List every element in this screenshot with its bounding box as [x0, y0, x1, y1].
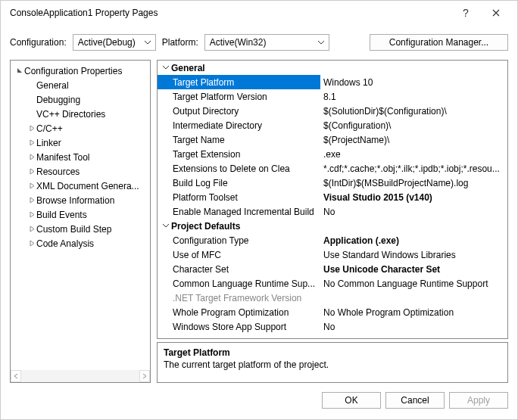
- property-name: Output Directory: [158, 104, 320, 118]
- property-value[interactable]: .exe: [320, 147, 507, 161]
- property-value[interactable]: No Whole Program Optimization: [320, 305, 507, 319]
- help-button[interactable]: ?: [451, 2, 481, 23]
- group-title: General: [171, 63, 205, 73]
- property-value[interactable]: *.cdf;*.cache;*.obj;*.ilk;*.ipdb;*.iobj;…: [320, 161, 507, 176]
- configuration-label: Configuration:: [10, 37, 67, 48]
- property-value[interactable]: [320, 291, 507, 305]
- property-value[interactable]: $(IntDir)$(MSBuildProjectName).log: [320, 176, 507, 190]
- tree-item[interactable]: VC++ Directories: [11, 107, 150, 121]
- property-row[interactable]: .NET Target Framework Version: [158, 291, 507, 305]
- property-row[interactable]: Configuration TypeApplication (.exe): [158, 233, 507, 247]
- property-value[interactable]: Windows 10: [320, 75, 507, 89]
- group-header[interactable]: General: [158, 61, 507, 75]
- scroll-left-button[interactable]: [11, 370, 21, 382]
- help-icon: ?: [463, 7, 469, 19]
- group-header[interactable]: Project Defaults: [158, 219, 507, 233]
- expander-closed-icon[interactable]: [27, 197, 36, 204]
- property-name: Configuration Type: [158, 233, 320, 247]
- configuration-combo[interactable]: Active(Debug): [73, 34, 156, 51]
- tree-item[interactable]: Code Analysis: [11, 236, 150, 250]
- tree-item[interactable]: Browse Information: [11, 193, 150, 207]
- right-panel: GeneralTarget PlatformWindows 10Target P…: [157, 60, 508, 383]
- tree-item[interactable]: Custom Build Step: [11, 222, 150, 236]
- scroll-right-button[interactable]: [139, 370, 150, 382]
- description-text: The current target platform of the proje…: [164, 359, 501, 370]
- tree-item[interactable]: C/C++: [11, 121, 150, 135]
- tree-item[interactable]: Linker: [11, 135, 150, 150]
- property-value[interactable]: No: [320, 204, 507, 219]
- property-row[interactable]: Target Platform Version8.1: [158, 89, 507, 104]
- property-name: Build Log File: [158, 176, 320, 190]
- property-row[interactable]: Whole Program OptimizationNo Whole Progr…: [158, 305, 507, 319]
- expander-open-icon[interactable]: [15, 67, 24, 74]
- tree-item-label: Code Analysis: [36, 238, 94, 249]
- nav-tree[interactable]: Configuration Properties GeneralDebuggin…: [10, 60, 151, 383]
- tree-item-label: Custom Build Step: [36, 224, 111, 235]
- expander-closed-icon[interactable]: [27, 211, 36, 218]
- expander-closed-icon[interactable]: [27, 125, 36, 132]
- property-value[interactable]: 8.1: [320, 89, 507, 104]
- property-row[interactable]: Intermediate Directory$(Configuration)\: [158, 118, 507, 132]
- apply-button[interactable]: Apply: [449, 392, 508, 409]
- property-value[interactable]: $(ProjectName)\: [320, 132, 507, 147]
- tree-item[interactable]: General: [11, 78, 150, 92]
- cancel-button[interactable]: Cancel: [385, 392, 445, 409]
- property-name: Character Set: [158, 262, 320, 276]
- tree-item-label: Resources: [36, 166, 80, 177]
- tree-root[interactable]: Configuration Properties: [11, 64, 150, 78]
- property-row[interactable]: Target Name$(ProjectName)\: [158, 132, 507, 147]
- property-row[interactable]: Use of MFCUse Standard Windows Libraries: [158, 247, 507, 262]
- platform-combo[interactable]: Active(Win32): [204, 34, 329, 51]
- property-name: Windows Store App Support: [158, 319, 320, 334]
- property-value[interactable]: No: [320, 319, 507, 334]
- property-value[interactable]: Use Standard Windows Libraries: [320, 247, 507, 262]
- tree-horizontal-scrollbar[interactable]: [11, 370, 150, 382]
- tree-item[interactable]: Manifest Tool: [11, 150, 150, 164]
- property-row[interactable]: Platform ToolsetVisual Studio 2015 (v140…: [158, 190, 507, 204]
- property-row[interactable]: Windows Store App SupportNo: [158, 319, 507, 334]
- property-name: Enable Managed Incremental Build: [158, 204, 320, 219]
- config-toolbar: Configuration: Active(Debug) Platform: A…: [1, 25, 517, 60]
- property-name: Target Platform Version: [158, 89, 320, 104]
- tree-item[interactable]: Resources: [11, 164, 150, 179]
- close-button[interactable]: [481, 2, 511, 23]
- property-value[interactable]: $(Configuration)\: [320, 118, 507, 132]
- property-name: Intermediate Directory: [158, 118, 320, 132]
- expander-closed-icon[interactable]: [27, 139, 36, 146]
- ok-button[interactable]: OK: [322, 392, 381, 409]
- expander-open-icon[interactable]: [161, 222, 171, 229]
- expander-open-icon[interactable]: [161, 64, 171, 71]
- dialog-footer: OK Cancel Apply: [1, 389, 517, 419]
- property-row[interactable]: Extensions to Delete on Clea*.cdf;*.cach…: [158, 161, 507, 176]
- tree-item-label: Manifest Tool: [36, 152, 89, 163]
- property-row[interactable]: Output Directory$(SolutionDir)$(Configur…: [158, 104, 507, 118]
- property-row[interactable]: Enable Managed Incremental BuildNo: [158, 204, 507, 219]
- property-value[interactable]: Visual Studio 2015 (v140): [320, 190, 507, 204]
- expander-closed-icon[interactable]: [27, 182, 36, 189]
- expander-closed-icon[interactable]: [27, 168, 36, 175]
- expander-closed-icon[interactable]: [27, 226, 36, 232]
- tree-item-label: Build Events: [36, 210, 87, 220]
- tree-item-label: XML Document Genera...: [36, 181, 139, 191]
- property-value[interactable]: Use Unicode Character Set: [320, 262, 507, 276]
- property-row[interactable]: Character SetUse Unicode Character Set: [158, 262, 507, 276]
- expander-closed-icon[interactable]: [27, 240, 36, 247]
- tree-item[interactable]: Build Events: [11, 207, 150, 222]
- configuration-manager-button[interactable]: Configuration Manager...: [370, 34, 508, 51]
- expander-closed-icon[interactable]: [27, 154, 36, 160]
- property-grid[interactable]: GeneralTarget PlatformWindows 10Target P…: [157, 60, 508, 339]
- property-value[interactable]: Application (.exe): [320, 233, 507, 247]
- scroll-track[interactable]: [21, 370, 139, 382]
- property-row[interactable]: Build Log File$(IntDir)$(MSBuildProjectN…: [158, 176, 507, 190]
- property-value[interactable]: No Common Language Runtime Support: [320, 276, 507, 291]
- property-name: Use of MFC: [158, 247, 320, 262]
- window-title: ConsoleApplication1 Property Pages: [10, 8, 451, 18]
- property-row[interactable]: Common Language Runtime Sup...No Common …: [158, 276, 507, 291]
- property-row[interactable]: Target PlatformWindows 10: [158, 75, 507, 89]
- tree-item[interactable]: XML Document Genera...: [11, 179, 150, 193]
- property-value[interactable]: $(SolutionDir)$(Configuration)\: [320, 104, 507, 118]
- property-name: Target Extension: [158, 147, 320, 161]
- property-row[interactable]: Target Extension.exe: [158, 147, 507, 161]
- tree-item[interactable]: Debugging: [11, 92, 150, 107]
- property-name: Target Platform: [158, 75, 320, 89]
